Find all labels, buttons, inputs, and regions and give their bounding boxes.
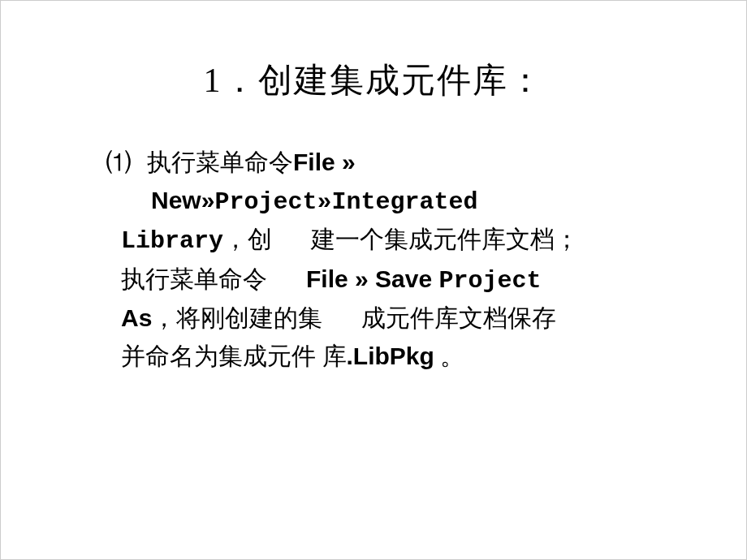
bold-text: File » (293, 149, 356, 175)
text-segment: 成元件库文档保存 (361, 304, 556, 331)
list-item-1: ⑴执行菜单命令File » New»Project»Integrated Lib… (106, 144, 657, 375)
bold-text: .LibPkg (347, 342, 434, 369)
text-segment: ，创 (223, 226, 272, 252)
text-segment: 建一个集成元件库文档； (311, 226, 579, 252)
bold-text: File » Save (306, 265, 438, 292)
bold-text: New» (151, 187, 214, 213)
list-marker: ⑴ (106, 144, 147, 182)
bold-text: As (121, 304, 152, 331)
body-text: ⑴执行菜单命令File » New»Project»Integrated Lib… (90, 144, 657, 375)
slide-title: 1．创建集成元件库： (90, 58, 657, 103)
bold-mono-text: Project»Integrated (214, 188, 477, 216)
text-segment: ，将刚创建的集 (152, 304, 322, 331)
bold-mono-text: Library (121, 227, 223, 255)
slide-content: 1．创建集成元件库： ⑴执行菜单命令File » New»Project»Int… (1, 1, 746, 375)
text-segment: 。 (434, 342, 465, 369)
text-segment: 执行菜单命令 (147, 149, 293, 175)
text-segment: 执行菜单命令 (121, 265, 267, 292)
text-segment: 并命名为集成元件 库 (121, 342, 347, 369)
bold-mono-text: Project (438, 267, 541, 295)
